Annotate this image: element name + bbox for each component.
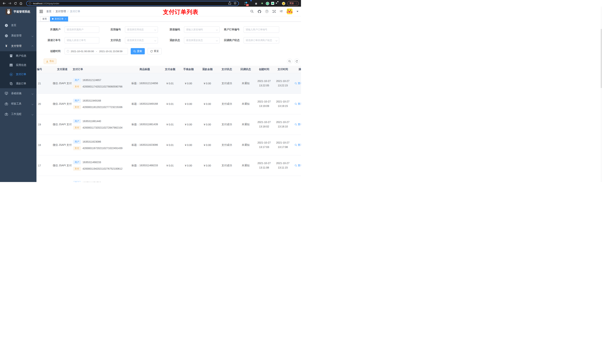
- user-avatar[interactable]: [287, 9, 292, 14]
- pay-tag: 支付: [73, 85, 81, 89]
- fullscreen-icon[interactable]: [272, 10, 276, 13]
- pay-tag: 支付: [73, 105, 81, 109]
- browser-menu-icon[interactable]: ⋮: [295, 2, 298, 4]
- app-select[interactable]: 请选择应用信息: [125, 26, 158, 33]
- export-button[interactable]: 导出: [44, 59, 56, 64]
- chevron-down-icon: [32, 34, 33, 37]
- sidebar-item-infra[interactable]: 基础设施: [0, 88, 36, 99]
- channel-order-no-input[interactable]: 请输入渠道订单号: [64, 37, 99, 43]
- avatar-caret-icon[interactable]: [297, 11, 298, 12]
- merchant-input[interactable]: 请选择所属商户: [64, 26, 99, 33]
- sidebar-item-workflow[interactable]: 工作流程: [0, 109, 36, 119]
- yen-circle-icon: ¥: [9, 73, 13, 76]
- browser-update-button[interactable]: 更新 ⋮: [287, 1, 299, 6]
- sidebar-item-pay[interactable]: ¥ 支付管理: [0, 41, 36, 51]
- refresh-table-button[interactable]: [294, 59, 300, 64]
- chevron-down-icon: [154, 29, 156, 31]
- sidebar-item-devtools[interactable]: 研发工具: [0, 99, 36, 109]
- page-header: 首页 / 支付管理 / 支付订单 支付订单列表 ? TT: [36, 7, 301, 16]
- date-range-input[interactable]: 2021-10-01 00:00:00 - 2021-10-31 23:59:5…: [64, 48, 128, 54]
- sidebar-item-app-info[interactable]: 应用信息: [0, 61, 36, 70]
- back-icon[interactable]: [1, 1, 7, 6]
- url-bar[interactable]: i localhost:1024/pay/order: [26, 1, 239, 6]
- filter-channel-order-no: 渠道订单号 请输入渠道订单号: [43, 37, 99, 43]
- forward-icon[interactable]: [7, 1, 13, 6]
- view-detail-link[interactable]: 查看详情: [295, 164, 301, 167]
- font-size-icon[interactable]: TT: [280, 10, 283, 13]
- sidebar-item-merchant-info[interactable]: 商户信息: [0, 51, 36, 61]
- breadcrumb: 首页 / 支付管理 / 支付订单: [46, 10, 80, 13]
- extension-badge: 10: [246, 4, 249, 6]
- active-tab-dot: [52, 18, 54, 20]
- site-info-icon[interactable]: i: [29, 2, 31, 5]
- reload-icon[interactable]: [13, 1, 18, 6]
- y-extension-icon[interactable]: y: [266, 2, 269, 5]
- tab-home[interactable]: 首页: [40, 16, 49, 21]
- clock-icon: [67, 50, 69, 52]
- pay-tag: 支付: [73, 146, 81, 150]
- search-button[interactable]: 搜索: [131, 48, 145, 54]
- table-row: 17 微信 JSAPI 支付 商户1635311468233 支付4200001…: [36, 155, 301, 176]
- merchant-tag: 商户: [73, 78, 81, 82]
- view-detail-link[interactable]: 查看详情: [295, 143, 301, 147]
- reset-button[interactable]: 重置: [148, 48, 161, 54]
- page-title: 支付订单列表: [163, 8, 198, 16]
- sidebar-item-refund-order[interactable]: 退款订单: [0, 79, 36, 88]
- refund-status-select[interactable]: 请选择退款状态: [184, 37, 220, 43]
- dot-extension-icon[interactable]: [260, 2, 264, 5]
- search-icon[interactable]: [250, 10, 254, 13]
- merchant-tag: 商户: [73, 181, 81, 182]
- filter-notify-status: 回调商户状态 请选择订单回调商户状态: [217, 37, 279, 43]
- home-icon[interactable]: [18, 1, 24, 6]
- share-icon[interactable]: [228, 1, 231, 5]
- filter-merchant: 所属商户 请选择所属商户: [43, 26, 99, 33]
- filter-refund-status: 退款状态 请选择退款状态: [162, 37, 220, 43]
- gem-extension-icon[interactable]: [250, 2, 253, 5]
- breadcrumb-pay[interactable]: 支付管理: [55, 10, 66, 13]
- app-title: 芋道管理系统: [13, 10, 30, 13]
- toolbox-icon: [4, 103, 9, 105]
- filter-create-time: 创建时间 2021-10-01 00:00:00 - 2021-10-31 23…: [43, 48, 161, 54]
- table-row: 商户1635311251736 支付: [36, 176, 301, 182]
- table-row: 18 微信 JSAPI 支付 商户1635311823086 支付4200001…: [36, 135, 301, 155]
- workflow-extension-icon[interactable]: 10: [244, 2, 247, 5]
- grid-icon: [9, 64, 13, 66]
- table-body: 21 微信 JSAPI 支付 商户1635312124657 支付4200001…: [36, 73, 301, 182]
- monitor-chart-icon: [4, 92, 9, 95]
- view-detail-link[interactable]: 查看详情: [295, 102, 301, 106]
- chat-extension-icon[interactable]: [271, 2, 274, 5]
- content-area: 所属商户 请选择所属商户 应用编号 请选择应用信息 渠道编码 请输入渠道编码 商…: [36, 22, 301, 182]
- pay-tag: 支付: [73, 126, 81, 130]
- chevron-down-icon: [32, 92, 33, 95]
- shop-icon: [9, 54, 13, 57]
- bookmark-star-icon[interactable]: [234, 2, 236, 5]
- sidebar-item-system[interactable]: 系统管理: [0, 31, 36, 41]
- tab-pay-order[interactable]: 支付订单 ×: [50, 16, 68, 21]
- breadcrumb-home[interactable]: 首页: [46, 10, 52, 13]
- profile-avatar-icon[interactable]: [282, 2, 285, 5]
- show-search-toggle-button[interactable]: [287, 59, 292, 64]
- pay-tag: 支付: [73, 167, 81, 171]
- channel-code-select[interactable]: 请输入渠道编码: [184, 26, 220, 33]
- yen-icon: ¥: [4, 44, 9, 48]
- chevron-down-icon: [32, 113, 33, 116]
- document-copy-icon: [9, 82, 13, 85]
- tab-close-icon[interactable]: ×: [65, 17, 66, 21]
- collapse-sidebar-icon[interactable]: [36, 10, 46, 13]
- merchant-order-no-input[interactable]: 请输入商户订单编号: [244, 26, 279, 33]
- view-detail-link[interactable]: 查看详情: [295, 82, 301, 85]
- gear-icon: [4, 34, 9, 37]
- notify-status-select[interactable]: 请选择订单回调商户状态: [244, 37, 279, 43]
- help-icon[interactable]: ?: [265, 10, 269, 13]
- github-icon[interactable]: [258, 10, 261, 13]
- chevron-down-icon: [154, 40, 156, 42]
- view-detail-link[interactable]: 查看详情: [295, 123, 301, 126]
- pay-status-select[interactable]: 请选择支付状态: [125, 37, 158, 43]
- sidebar-item-pay-order[interactable]: ¥ 支付订单: [0, 70, 36, 79]
- table-row: 19 微信 JSAPI 支付 商户1635311881440 支付4200001…: [36, 114, 301, 135]
- sidebar-item-home[interactable]: 首页: [0, 20, 36, 31]
- filter-app: 应用编号 请选择应用信息: [103, 26, 158, 33]
- puzzle-extensions-icon[interactable]: [277, 2, 280, 5]
- command-extension-icon[interactable]: ⌘: [255, 2, 258, 5]
- url-text: localhost:1024/pay/order: [33, 2, 59, 5]
